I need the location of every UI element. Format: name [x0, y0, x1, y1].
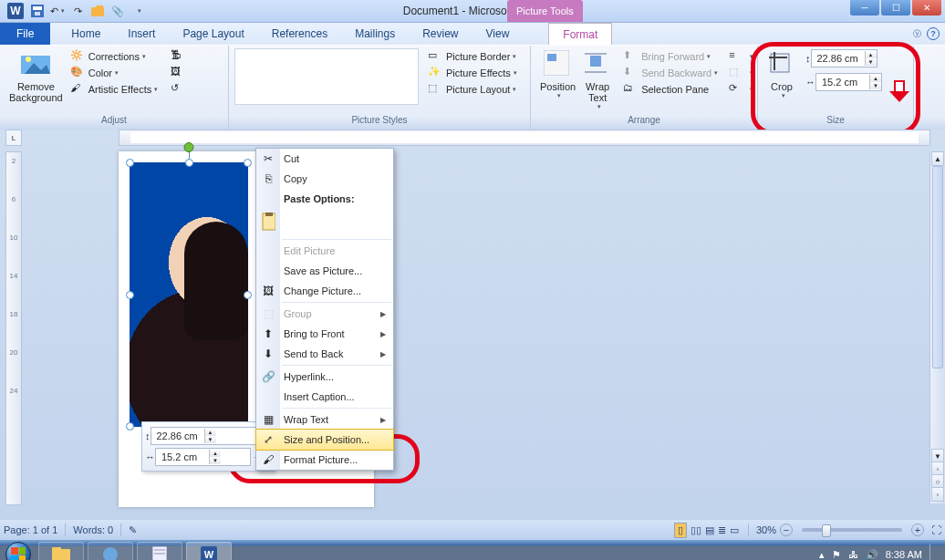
bring-forward-button[interactable]: ⬆Bring Forward▾	[619, 48, 722, 65]
status-language-icon[interactable]: ✎	[129, 524, 137, 536]
color-button[interactable]: 🎨Color▾	[67, 65, 161, 81]
picture-border-button[interactable]: ▭Picture Border▾	[424, 48, 521, 65]
tab-mailings[interactable]: Mailings	[341, 23, 409, 45]
zoom-slider-knob[interactable]	[822, 524, 831, 537]
ctx-copy[interactable]: ⎘Copy	[256, 169, 393, 189]
ruler-corner[interactable]: L	[5, 130, 22, 146]
width-down-icon[interactable]: ▼	[870, 82, 881, 89]
tray-clock[interactable]: 8:38 AM	[886, 549, 922, 560]
height-input[interactable]: 22.86 cm▲▼	[811, 49, 878, 67]
picture-layout-button[interactable]: ⬚Picture Layout▾	[424, 81, 521, 98]
show-desktop-button[interactable]	[929, 544, 938, 560]
selected-picture[interactable]	[130, 162, 248, 427]
ribbon-minimize-icon[interactable]: ⓥ	[913, 28, 921, 40]
file-tab[interactable]: File	[0, 23, 50, 45]
taskbar-explorer[interactable]	[38, 542, 84, 560]
tray-volume-icon[interactable]: 🔊	[866, 549, 878, 561]
ctx-paste-option[interactable]	[256, 209, 393, 238]
rotate-handle[interactable]	[184, 142, 194, 152]
resize-handle-ne[interactable]	[244, 159, 252, 167]
height-up-icon[interactable]: ▲	[866, 51, 877, 58]
ctx-wrap-text[interactable]: ▦Wrap Text▶	[256, 410, 393, 430]
window-maximize-button[interactable]: ☐	[881, 0, 910, 16]
start-button[interactable]	[0, 540, 36, 560]
redo-icon[interactable]: ↷	[70, 4, 85, 18]
resize-handle-sw[interactable]	[126, 422, 134, 430]
status-words[interactable]: Words: 0	[73, 524, 113, 535]
attachment-icon[interactable]: 📎	[110, 4, 125, 18]
ctx-edit-picture[interactable]: Edit Picture	[256, 241, 393, 261]
ctx-size-position[interactable]: ⤢Size and Position...	[255, 429, 394, 451]
taskbar-notepad[interactable]	[137, 542, 182, 560]
word-app-icon[interactable]: W	[7, 3, 24, 19]
tab-view[interactable]: View	[472, 23, 524, 45]
zoom-level[interactable]: 30%	[756, 524, 776, 535]
view-web-icon[interactable]: ▤	[705, 524, 714, 536]
selection-pane-button[interactable]: 🗂Selection Pane	[619, 81, 722, 98]
rotate-button[interactable]: ⟳▾	[725, 81, 757, 98]
width-input[interactable]: 15.2 cm▲▼	[815, 73, 882, 91]
taskbar-word[interactable]: W	[186, 542, 232, 560]
qat-more-icon[interactable]: ▾	[130, 4, 145, 18]
tab-review[interactable]: Review	[409, 23, 472, 45]
open-folder-icon[interactable]	[90, 4, 105, 18]
zoom-fit-icon[interactable]: ⛶	[931, 524, 941, 535]
remove-background-button[interactable]: Remove Background	[5, 48, 67, 105]
ctx-cut[interactable]: ✂Cut	[256, 149, 393, 169]
zoom-out-button[interactable]: −	[780, 524, 793, 536]
view-full-reading-icon[interactable]: ▯▯	[691, 524, 701, 536]
align-button[interactable]: ≡▾	[725, 48, 757, 65]
view-print-layout-icon[interactable]: ▯	[674, 523, 687, 538]
window-minimize-button[interactable]: ─	[850, 0, 879, 16]
tab-home[interactable]: Home	[57, 23, 114, 45]
ctx-change-picture[interactable]: 🖼Change Picture...	[256, 281, 393, 301]
taskbar-app1[interactable]	[88, 542, 133, 560]
tray-show-hidden-icon[interactable]: ▴	[819, 549, 825, 561]
ctx-format-picture[interactable]: 🖌Format Picture...	[256, 450, 393, 470]
position-button[interactable]: Position▾	[536, 48, 579, 101]
horizontal-ruler[interactable]	[119, 130, 930, 146]
height-down-icon[interactable]: ▼	[866, 58, 877, 66]
view-draft-icon[interactable]: ▭	[730, 524, 739, 536]
zoom-in-button[interactable]: +	[911, 524, 924, 536]
scroll-up-icon[interactable]: ▲	[931, 151, 944, 166]
ctx-save-as-picture[interactable]: Save as Picture...	[256, 261, 393, 281]
width-up-icon[interactable]: ▲	[870, 75, 881, 82]
corrections-button[interactable]: 🔆Corrections▾	[67, 48, 161, 65]
ctx-hyperlink[interactable]: 🔗Hyperlink...	[256, 367, 393, 387]
resize-handle-n[interactable]	[185, 159, 193, 167]
artistic-effects-button[interactable]: 🖌Artistic Effects▾	[67, 81, 161, 98]
window-close-button[interactable]: ✕	[912, 0, 941, 16]
status-page[interactable]: Page: 1 of 1	[4, 524, 57, 535]
tray-network-icon[interactable]: 🖧	[848, 549, 858, 560]
change-picture-icon[interactable]: 🖼	[167, 65, 192, 81]
ctx-group[interactable]: ⬚Group▶	[256, 304, 393, 324]
tab-format[interactable]: Format	[548, 23, 612, 45]
tray-flag-icon[interactable]: ⚑	[832, 549, 841, 561]
reset-picture-icon[interactable]: ↺	[167, 81, 192, 98]
tab-references[interactable]: References	[258, 23, 341, 45]
send-backward-button[interactable]: ⬇Send Backward▾	[619, 65, 722, 81]
browse-next-icon[interactable]: ◦	[931, 487, 944, 502]
undo-icon[interactable]: ↶▾	[50, 4, 65, 18]
vertical-ruler[interactable]: 2 6 10 14 18 20 24	[5, 151, 22, 505]
ctx-bring-to-front[interactable]: ⬆Bring to Front▶	[256, 324, 393, 344]
styles-gallery[interactable]	[234, 48, 419, 105]
resize-handle-e[interactable]	[244, 291, 252, 299]
save-icon[interactable]	[30, 4, 45, 18]
mini-height-input[interactable]: 22.86 cm▲▼	[151, 427, 262, 445]
zoom-slider[interactable]	[802, 528, 902, 532]
scroll-thumb[interactable]	[932, 166, 943, 368]
crop-button[interactable]: Crop▾	[763, 48, 800, 101]
picture-effects-button[interactable]: ✨Picture Effects▾	[424, 65, 521, 81]
tab-insert[interactable]: Insert	[114, 23, 169, 45]
help-icon[interactable]: ?	[927, 27, 940, 40]
compress-pictures-icon[interactable]: 🗜	[167, 48, 192, 65]
view-outline-icon[interactable]: ≣	[718, 524, 726, 536]
tab-page-layout[interactable]: Page Layout	[169, 23, 257, 45]
ctx-insert-caption[interactable]: Insert Caption...	[256, 387, 393, 407]
wrap-text-button[interactable]: Wrap Text▾	[579, 48, 616, 112]
vertical-scrollbar[interactable]: ▲ ▼ ◦ ○ ◦	[929, 151, 945, 503]
resize-handle-nw[interactable]	[126, 159, 134, 167]
group-button[interactable]: ⬚▾	[725, 65, 757, 81]
